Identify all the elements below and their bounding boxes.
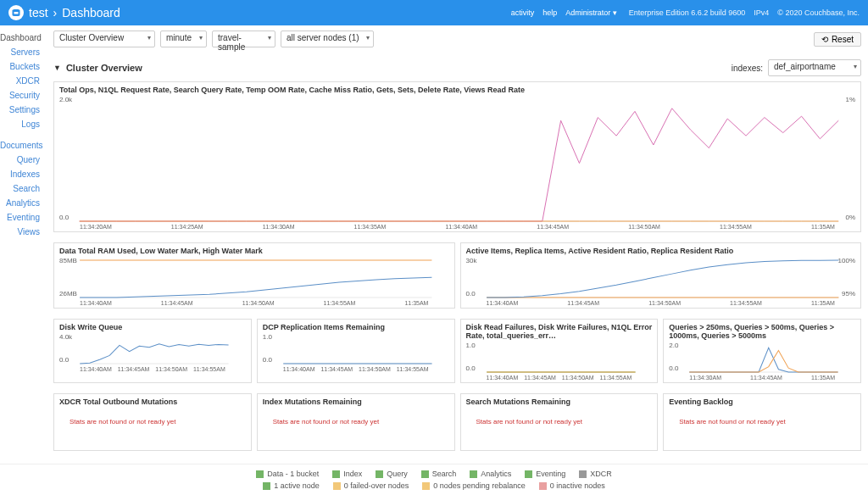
- legend-item: Query: [376, 470, 408, 478]
- swatch-icon: [525, 470, 532, 478]
- chart-panel-queries: Queries > 250ms, Queries > 500ms, Querie…: [663, 319, 861, 383]
- sidebar-item-search[interactable]: Search: [0, 181, 47, 196]
- chart-title: Disk Read Failures, Disk Write Failures,…: [461, 320, 658, 342]
- legend-item: 0 nodes pending rebalance: [422, 481, 526, 490]
- legend-item: Search: [421, 470, 457, 478]
- chart-title: Disk Write Queue: [54, 320, 251, 333]
- chart-title: Data Total RAM Used, Low Water Mark, Hig…: [54, 243, 454, 257]
- indexes-label: indexes:: [732, 64, 763, 73]
- stats-not-ready: Stats are not found or not ready yet: [258, 408, 454, 425]
- activity-link[interactable]: activity: [511, 8, 535, 17]
- breadcrumb: test › Dashboard: [8, 5, 120, 20]
- sidebar-item-documents[interactable]: Documents: [0, 138, 47, 153]
- sidebar-item-dashboard[interactable]: Dashboard: [0, 31, 47, 45]
- copyright: © 2020 Couchbase, Inc.: [777, 8, 860, 17]
- legend-item: Eventing: [525, 470, 565, 478]
- sidebar-item-analytics[interactable]: Analytics: [0, 196, 47, 210]
- chevron-right-icon: ›: [53, 6, 58, 19]
- swatch-icon: [539, 482, 547, 490]
- stats-not-ready: Stats are not found or not ready yet: [461, 408, 658, 425]
- chart-panel-items: Active Items, Replica Items, Active Resi…: [460, 242, 862, 309]
- toolbar: Cluster Overview minute travel-sample al…: [53, 31, 861, 47]
- topbar-links: activity help Administrator ▾: [511, 8, 617, 17]
- cluster-name[interactable]: test: [29, 6, 48, 19]
- chart-title: XDCR Total Outbound Mutations: [54, 394, 251, 408]
- legend-item: Analytics: [470, 470, 511, 478]
- stats-not-ready: Stats are not found or not ready yet: [664, 408, 860, 425]
- sidebar-item-servers[interactable]: Servers: [0, 45, 47, 59]
- topbar-right: activity help Administrator ▾ Enterprise…: [511, 8, 860, 17]
- legend-item: 1 active node: [263, 481, 320, 490]
- chart-title: Search Mutations Remaining: [461, 394, 658, 408]
- content: Cluster Overview minute travel-sample al…: [47, 25, 868, 490]
- sidebar-item-query[interactable]: Query: [0, 153, 47, 167]
- sidebar-item-eventing[interactable]: Eventing: [0, 210, 47, 225]
- sidebar-item-settings[interactable]: Settings: [0, 103, 47, 117]
- logo-icon: [8, 5, 24, 20]
- placeholder-panel: Search Mutations RemainingStats are not …: [460, 393, 659, 451]
- sidebar: DashboardServersBucketsXDCRSecuritySetti…: [0, 25, 47, 490]
- legend-item: Index: [332, 470, 362, 478]
- edition-text: Enterprise Edition 6.6.2 build 9600: [629, 8, 746, 17]
- legend-item: 0 failed-over nodes: [333, 481, 409, 490]
- sidebar-item-xdcr[interactable]: XDCR: [0, 74, 47, 88]
- stats-not-ready: Stats are not found or not ready yet: [54, 408, 251, 425]
- chart-body: 2.0k 0.0 1% 0% 11:34:20AM11:34:25AM11:34…: [54, 96, 860, 231]
- legend-item: XDCR: [579, 470, 612, 478]
- legend-item: Data - 1 bucket: [256, 470, 319, 478]
- section-title: Cluster Overview: [66, 63, 142, 73]
- nodes-select[interactable]: all server nodes (1): [281, 31, 374, 47]
- chart-panel-disk-write: Disk Write Queue 4.0k 0.0 11:34:40AM11:3…: [53, 319, 252, 383]
- chart-panel-dcp: DCP Replication Items Remaining 1.0 0.0 …: [257, 319, 455, 383]
- chart-title: Active Items, Replica Items, Active Resi…: [461, 243, 861, 257]
- placeholder-panel: Index Mutations RemainingStats are not f…: [257, 393, 455, 451]
- swatch-icon: [333, 482, 341, 490]
- indexes-select[interactable]: def_airportname: [768, 59, 861, 76]
- section-header: ▼ Cluster Overview indexes: def_airportn…: [53, 59, 861, 76]
- interval-select[interactable]: minute: [160, 31, 207, 47]
- swatch-icon: [332, 470, 340, 478]
- chart-panel-failures: Disk Read Failures, Disk Write Failures,…: [460, 319, 659, 383]
- swatch-icon: [470, 470, 477, 478]
- svg-rect-0: [14, 12, 19, 14]
- chart-title: Eventing Backlog: [664, 394, 860, 408]
- chart-title: Queries > 250ms, Queries > 500ms, Querie…: [664, 320, 860, 342]
- bucket-select[interactable]: travel-sample: [212, 31, 275, 47]
- swatch-icon: [421, 470, 429, 478]
- swatch-icon: [263, 482, 270, 490]
- placeholder-panel: XDCR Total Outbound MutationsStats are n…: [53, 393, 252, 451]
- legend-item: 0 inactive nodes: [539, 481, 605, 490]
- sidebar-item-security[interactable]: Security: [0, 88, 47, 103]
- sidebar-item-views[interactable]: Views: [0, 225, 47, 239]
- user-menu[interactable]: Administrator ▾: [565, 8, 617, 17]
- reset-button[interactable]: ⟲Reset: [814, 32, 861, 47]
- chart-title: Index Mutations Remaining: [258, 394, 454, 408]
- footer: Data - 1 bucketIndexQuerySearchAnalytics…: [0, 464, 868, 490]
- page-title: Dashboard: [62, 6, 120, 19]
- chart-panel-total-ops: Total Ops, N1QL Request Rate, Search Que…: [53, 81, 861, 232]
- reset-icon: ⟲: [821, 35, 828, 44]
- caret-down-icon[interactable]: ▼: [53, 64, 61, 72]
- chart-title: DCP Replication Items Remaining: [258, 320, 454, 333]
- topbar: test › Dashboard activity help Administr…: [0, 0, 868, 25]
- swatch-icon: [579, 470, 587, 478]
- ip-mode: IPv4: [754, 8, 769, 17]
- chart-title: Total Ops, N1QL Request Rate, Search Que…: [54, 82, 860, 96]
- help-link[interactable]: help: [542, 8, 557, 17]
- sidebar-item-logs[interactable]: Logs: [0, 117, 47, 131]
- sidebar-item-indexes[interactable]: Indexes: [0, 167, 47, 181]
- indexes-picker: indexes: def_airportname: [732, 59, 861, 76]
- swatch-icon: [376, 470, 383, 478]
- swatch-icon: [422, 482, 430, 490]
- chart-panel-ram: Data Total RAM Used, Low Water Mark, Hig…: [53, 242, 455, 309]
- placeholder-panel: Eventing BacklogStats are not found or n…: [663, 393, 861, 451]
- sidebar-item-buckets[interactable]: Buckets: [0, 59, 47, 74]
- scope-select[interactable]: Cluster Overview: [53, 31, 155, 47]
- swatch-icon: [256, 470, 264, 478]
